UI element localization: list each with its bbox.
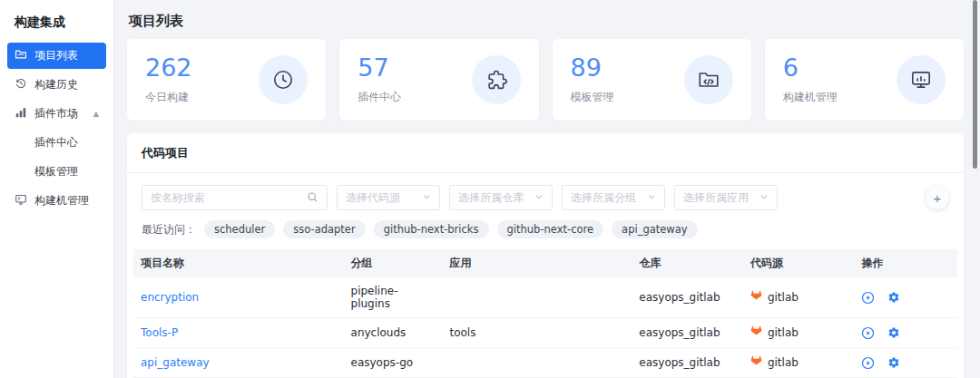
run-build-button[interactable] [861,291,875,305]
gitlab-icon [750,325,762,340]
stat-value: 89 [571,54,614,82]
search-input[interactable] [151,191,307,204]
add-project-button[interactable]: + [926,186,949,209]
recent-tag[interactable]: sso-adapter [283,220,365,238]
col-header-application: 应用 [442,249,632,277]
select-placeholder: 选择所属仓库 [458,190,524,206]
stat-label: 模板管理 [571,90,614,105]
col-header-project-name: 项目名称 [133,249,344,277]
stat-card-today-builds: 262 今日构建 [127,39,326,121]
stat-value: 57 [358,54,401,82]
chevron-down-icon [760,191,769,204]
group-cell: anyclouds [344,318,443,348]
search-icon[interactable] [307,189,318,207]
sidebar-item-label: 插件中心 [34,135,78,150]
recent-tag[interactable]: github-next-bricks [374,220,489,238]
sidebar-item-label: 构建历史 [34,77,78,92]
chevron-down-icon [534,191,544,204]
monitor-chart-icon [897,55,946,104]
project-name-link[interactable]: api_gateway [141,356,210,369]
page-title: 项目列表 [114,0,980,39]
select-placeholder: 选择所属应用 [683,190,749,206]
col-header-repository: 仓库 [632,249,743,277]
filter-row: 选择代码源 选择所属仓库 选择所属分组 选择所属应用 + [127,173,964,210]
sidebar-item-label: 构建机管理 [34,193,89,208]
sidebar-item-history[interactable]: 构建历史 [7,72,106,98]
stat-card-build-machines: 6 构建机管理 [765,39,964,121]
application-cell [442,277,632,318]
col-header-group: 分组 [344,249,443,277]
settings-button[interactable] [887,356,900,369]
vertical-scrollbar-thumb[interactable] [973,0,977,169]
plugin-market-icon [15,106,27,121]
run-build-button[interactable] [861,326,875,340]
machine-monitor-icon [15,193,27,208]
section-title: 代码项目 [127,133,964,173]
code-source-label: gitlab [768,291,799,304]
stat-label: 插件中心 [358,90,401,105]
code-projects-panel: 代码项目 选择代码源 选择所属仓库 选择所属分组 选择所属应用 [127,133,964,378]
project-name-link[interactable]: Tools-P [141,326,178,339]
chevron-up-icon[interactable]: ▲ [93,111,99,118]
search-box [142,185,328,210]
run-build-button[interactable] [861,356,875,370]
code-source-label: gitlab [768,326,799,339]
clock-icon [259,55,308,104]
projects-folder-icon [15,48,27,63]
select-group[interactable]: 选择所属分组 [562,185,665,210]
sidebar-title: 构建集成 [0,4,113,40]
stat-label: 今日构建 [145,90,192,105]
select-repository[interactable]: 选择所属仓库 [449,185,553,210]
recent-tag[interactable]: scheduler [204,220,275,238]
table-row: api_gatewayeasyops-goeasyops_gitlabgitla… [133,348,957,378]
puzzle-icon [472,55,521,104]
sidebar-item-label: 模板管理 [34,164,78,179]
stat-value: 6 [783,54,838,82]
sidebar-item-templates[interactable]: 模板管理 [7,159,106,185]
chevron-down-icon [422,191,431,204]
col-header-actions: 操作 [854,249,957,277]
settings-button[interactable] [887,326,900,339]
col-header-code-source: 代码源 [743,249,855,277]
table-row: encryptionpipeline-pluginseasyops_gitlab… [133,277,957,318]
table-row: Tools-Panycloudstoolseasyops_gitlabgitla… [133,318,957,348]
recent-tag[interactable]: github-next-core [497,220,604,238]
gitlab-icon [750,355,762,370]
projects-table-wrap: 项目名称 分组 应用 仓库 代码源 操作 encryptionpipeline-… [127,247,964,378]
recent-label: 最近访问： [142,222,196,237]
stat-cards: 262 今日构建 57 插件中心 89 模板管理 [114,39,980,121]
repository-cell: easyops_gitlab [632,318,743,348]
history-icon [15,77,27,92]
stat-value: 262 [145,54,192,82]
gitlab-icon [750,290,762,305]
group-cell: pipeline-plugins [344,277,443,318]
chevron-down-icon [647,191,656,204]
select-code-source[interactable]: 选择代码源 [337,185,440,210]
select-placeholder: 选择所属分组 [571,190,636,206]
recent-tag[interactable]: api_gateway [612,220,697,238]
code-folder-icon [684,55,733,104]
select-application[interactable]: 选择所属应用 [674,185,778,210]
select-placeholder: 选择代码源 [346,190,400,206]
stat-label: 构建机管理 [783,90,838,105]
stat-card-templates: 89 模板管理 [553,39,751,121]
repository-cell: easyops_gitlab [632,277,743,318]
application-cell: tools [442,318,632,348]
sidebar-item-projects[interactable]: 项目列表 [7,43,106,69]
projects-table: 项目名称 分组 应用 仓库 代码源 操作 encryptionpipeline-… [133,249,957,378]
settings-button[interactable] [887,291,900,304]
recent-visits: 最近访问： scheduler sso-adapter github-next-… [127,210,964,247]
sidebar-item-plugin-market[interactable]: 插件市场 ▲ [7,101,106,127]
code-source-label: gitlab [768,356,799,369]
stat-card-plugin-hub: 57 插件中心 [339,39,538,121]
project-name-link[interactable]: encryption [141,291,199,304]
application-cell [442,348,632,378]
sidebar: 构建集成 项目列表 构建历史 插件市场 ▲ 插件中心 模板管理 构建机管理 [0,0,114,378]
main-content: 项目列表 262 今日构建 57 插件中心 89 模板管理 [114,0,980,378]
sidebar-item-label: 插件市场 [34,106,78,121]
sidebar-item-machines[interactable]: 构建机管理 [7,188,106,214]
sidebar-item-label: 项目列表 [34,48,78,63]
repository-cell: easyops_gitlab [632,348,743,378]
sidebar-item-plugin-hub[interactable]: 插件中心 [7,130,106,156]
group-cell: easyops-go [344,348,443,378]
